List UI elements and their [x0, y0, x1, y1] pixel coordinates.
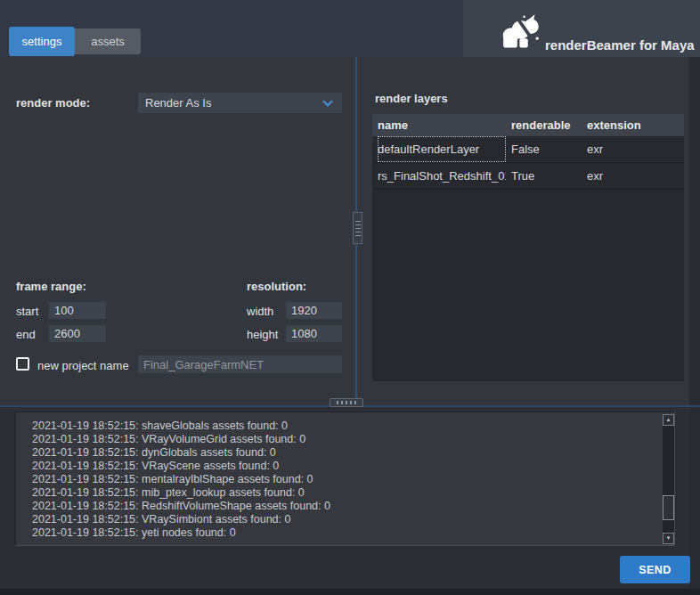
bottom-edge-strip — [0, 589, 700, 595]
width-input[interactable] — [286, 302, 342, 319]
tab-settings[interactable]: settings — [9, 27, 75, 56]
frame-range-label: frame range: — [16, 280, 86, 293]
send-button[interactable]: SEND — [620, 556, 690, 583]
render-mode-dropdown[interactable]: Render As Is — [138, 93, 342, 113]
app-title: renderBeamer for Maya — [545, 37, 695, 53]
horizontal-splitter-grip[interactable] — [330, 398, 363, 407]
chevron-down-icon — [322, 96, 332, 106]
render-mode-label: render mode: — [16, 96, 90, 110]
height-input[interactable] — [286, 325, 342, 342]
height-label: height — [247, 328, 278, 341]
log-line: 2021-01-19 18:52:15: yeti nodes found: 0 — [32, 526, 674, 540]
layer-extension-cell[interactable]: exr — [582, 143, 680, 156]
log-line: 2021-01-19 18:52:15: mentalrayIblShape a… — [32, 473, 674, 486]
log-line: 2021-01-19 18:52:15: VRayVolumeGrid asse… — [32, 433, 674, 446]
layer-extension-cell[interactable]: exr — [582, 169, 680, 183]
new-project-checkbox[interactable] — [16, 357, 29, 371]
log-line: 2021-01-19 18:52:15: VRayScene assets fo… — [32, 460, 674, 473]
layer-name-cell[interactable]: defaultRenderLayer — [378, 136, 506, 162]
log-line: 2021-01-19 18:52:15: dynGlobals assets f… — [32, 446, 674, 460]
width-label: width — [247, 305, 273, 318]
end-label: end — [16, 328, 36, 341]
scrollbar-down-icon[interactable]: ▼ — [663, 533, 674, 544]
table-row[interactable]: defaultRenderLayer False exr — [372, 136, 684, 163]
end-frame-input[interactable] — [49, 325, 106, 342]
start-frame-input[interactable] — [49, 302, 106, 319]
layer-renderable-cell[interactable]: False — [506, 143, 582, 156]
new-project-name-input[interactable] — [138, 355, 342, 373]
new-project-label: new project name — [37, 359, 129, 372]
render-mode-value: Render As Is — [138, 96, 324, 110]
column-header-renderable[interactable]: renderable — [506, 118, 582, 132]
log-output-area[interactable]: 2021-01-19 18:52:15: shaveGlobals assets… — [15, 412, 675, 546]
scrollbar-thumb[interactable] — [663, 495, 674, 520]
layer-renderable-cell[interactable]: True — [506, 169, 582, 183]
column-header-name[interactable]: name — [372, 118, 506, 132]
table-header-row: name renderable extension — [372, 114, 684, 136]
log-line: 2021-01-19 18:52:15: shaveGlobals assets… — [32, 420, 674, 433]
render-layers-title: render layers — [375, 92, 448, 105]
resolution-label: resolution: — [247, 280, 306, 293]
log-line: 2021-01-19 18:52:15: VRaySimbiont assets… — [32, 513, 674, 526]
vertical-splitter-grip[interactable] — [353, 212, 362, 244]
right-edge-strip — [689, 57, 700, 589]
log-line: 2021-01-19 18:52:15: mib_ptex_lookup ass… — [32, 486, 674, 500]
table-row[interactable]: rs_FinalShot_Redshift_01 True exr — [372, 163, 684, 190]
start-label: start — [16, 305, 38, 318]
cloud-upload-logo-icon — [499, 14, 545, 53]
log-line: 2021-01-19 18:52:15: RedshiftVolumeShape… — [32, 500, 674, 513]
log-scrollbar[interactable]: ▲ ▼ — [663, 414, 674, 544]
scrollbar-up-icon[interactable]: ▲ — [663, 414, 674, 426]
tab-assets[interactable]: assets — [75, 29, 141, 54]
layer-name-cell[interactable]: rs_FinalShot_Redshift_01 — [372, 169, 506, 183]
render-layers-table: name renderable extension defaultRenderL… — [372, 114, 684, 381]
column-header-extension[interactable]: extension — [582, 118, 680, 132]
